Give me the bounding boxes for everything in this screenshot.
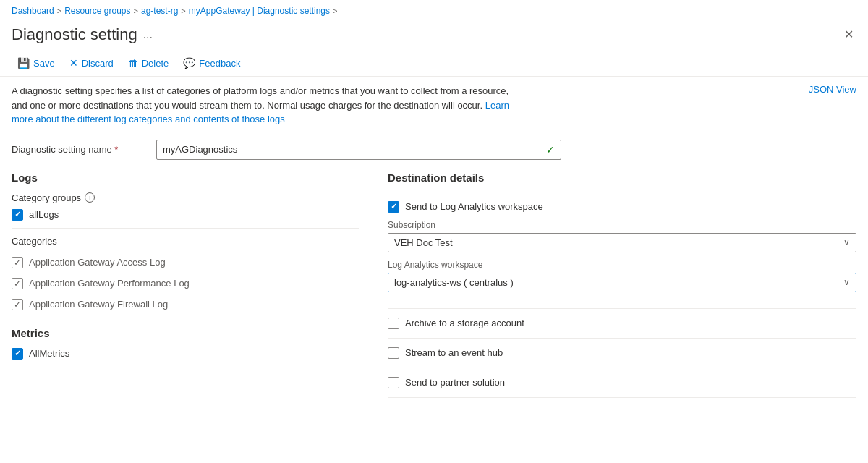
metrics-section-title: Metrics (12, 327, 359, 339)
breadcrumb-sep-3: > (181, 7, 185, 15)
partner-checkbox-row: Send to partner solution (388, 377, 856, 388)
delete-icon: 🗑 (128, 57, 138, 69)
diagnostic-name-label: Diagnostic setting name * (12, 144, 156, 155)
diagnostic-name-row: Diagnostic setting name * myAGDiagnostic… (12, 140, 856, 160)
logs-section-title: Logs (12, 171, 359, 184)
page-title: Diagnostic setting (12, 25, 137, 44)
json-view-link[interactable]: JSON View (809, 84, 856, 95)
save-button[interactable]: 💾 Save (12, 54, 61, 72)
dash-icon: ✓ (14, 300, 21, 310)
workspace-select[interactable]: log-analytics-ws ( centralus ) ∨ (388, 273, 856, 292)
subscription-field-group: Subscription VEH Doc Test ∨ (388, 220, 856, 252)
toolbar: 💾 Save ✕ Discard 🗑 Delete 💬 Feedback (0, 50, 868, 77)
save-label: Save (33, 58, 55, 69)
categories-label: Categories (12, 236, 359, 247)
breadcrumb-ag-test-rg[interactable]: ag-test-rg (141, 6, 178, 16)
categories-section: Categories ✓ Application Gateway Access … (12, 236, 359, 315)
list-item: ✓ Application Gateway Performance Log (12, 273, 359, 294)
dash-icon: ✓ (14, 279, 21, 289)
subscription-value: VEH Doc Test (394, 237, 453, 248)
close-button[interactable]: ✕ (841, 25, 856, 44)
discard-icon: ✕ (69, 57, 78, 69)
page-title-area: Diagnostic setting ... (12, 25, 153, 44)
list-item: ✓ Application Gateway Access Log (12, 252, 359, 273)
partner-checkbox[interactable] (388, 377, 399, 388)
event-hub-label: Stream to an event hub (405, 347, 503, 358)
description-text-part1: A diagnostic setting specifies a list of… (12, 85, 509, 111)
subscription-select[interactable]: VEH Doc Test ∨ (388, 233, 856, 252)
firewall-log-label: Application Gateway Firewall Log (29, 299, 168, 310)
firewall-log-checkbox[interactable]: ✓ (12, 299, 23, 310)
log-analytics-label: Send to Log Analytics workspace (405, 201, 543, 212)
workspace-field-group: Log Analytics workspace log-analytics-ws… (388, 260, 856, 292)
feedback-icon: 💬 (183, 57, 195, 69)
check-icon: ✓ (14, 349, 21, 358)
feedback-button[interactable]: 💬 Feedback (177, 54, 246, 72)
event-hub-destination: Stream to an event hub (388, 339, 856, 368)
description-text: A diagnostic setting specifies a list of… (12, 84, 518, 127)
storage-checkbox[interactable] (388, 318, 399, 329)
category-groups-label: Category groups i (12, 192, 359, 203)
storage-checkbox-row: Archive to a storage account (388, 318, 856, 329)
dash-icon: ✓ (14, 258, 21, 268)
log-analytics-destination: ✓ Send to Log Analytics workspace Subscr… (388, 192, 856, 309)
right-column: Destination details ✓ Send to Log Analyt… (388, 169, 856, 398)
partner-label: Send to partner solution (405, 377, 505, 388)
all-logs-checkbox[interactable]: ✓ (12, 209, 23, 221)
partner-destination: Send to partner solution (388, 368, 856, 398)
delete-button[interactable]: 🗑 Delete (122, 54, 175, 72)
breadcrumb-diagnostic-settings[interactable]: myAppGateway | Diagnostic settings (189, 6, 330, 16)
event-hub-checkbox[interactable] (388, 347, 399, 359)
breadcrumb-dashboard[interactable]: Dashboard (12, 6, 54, 16)
chevron-down-icon: ∨ (843, 277, 850, 287)
category-groups-info-icon[interactable]: i (85, 192, 95, 203)
list-item: ✓ Application Gateway Firewall Log (12, 294, 359, 315)
discard-label: Discard (82, 58, 114, 69)
all-metrics-checkbox[interactable]: ✓ (12, 348, 23, 360)
performance-log-label: Application Gateway Performance Log (29, 278, 190, 289)
performance-log-checkbox[interactable]: ✓ (12, 278, 23, 289)
breadcrumb-sep-1: > (57, 7, 61, 15)
check-icon: ✓ (391, 202, 397, 211)
required-star: * (114, 144, 118, 155)
all-logs-row: ✓ allLogs (12, 209, 359, 221)
diagnostic-name-value: myAGDiagnostics (163, 144, 237, 155)
destination-title: Destination details (388, 171, 856, 184)
breadcrumb: Dashboard > Resource groups > ag-test-rg… (0, 0, 868, 22)
feedback-label: Feedback (199, 58, 240, 69)
log-analytics-checkbox[interactable]: ✓ (388, 201, 399, 213)
logs-divider (12, 228, 359, 229)
discard-button[interactable]: ✕ Discard (64, 54, 119, 72)
log-analytics-checkbox-row: ✓ Send to Log Analytics workspace (388, 201, 856, 213)
page-header: Diagnostic setting ... ✕ (0, 22, 868, 50)
breadcrumb-sep-4: > (333, 7, 337, 15)
storage-destination: Archive to a storage account (388, 309, 856, 339)
left-column: Logs Category groups i ✓ allLogs Categor… (12, 169, 388, 398)
storage-label: Archive to a storage account (405, 318, 524, 328)
subscription-label: Subscription (388, 220, 856, 230)
delete-label: Delete (142, 58, 169, 69)
metrics-section: Metrics ✓ AllMetrics (12, 327, 359, 360)
form-area: Diagnostic setting name * myAGDiagnostic… (0, 134, 868, 160)
check-icon: ✓ (14, 210, 21, 219)
workspace-label: Log Analytics workspace (388, 260, 856, 270)
event-hub-checkbox-row: Stream to an event hub (388, 347, 856, 359)
log-analytics-fields: Subscription VEH Doc Test ∨ Log Analytic… (388, 220, 856, 292)
all-metrics-row: ✓ AllMetrics (12, 348, 359, 360)
workspace-value: log-analytics-ws ( centralus ) (394, 277, 514, 288)
all-metrics-label[interactable]: AllMetrics (29, 348, 69, 359)
breadcrumb-sep-2: > (134, 7, 138, 15)
access-log-checkbox[interactable]: ✓ (12, 257, 23, 268)
access-log-label: Application Gateway Access Log (29, 257, 166, 268)
page-options-button[interactable]: ... (143, 28, 153, 41)
save-icon: 💾 (17, 57, 30, 69)
valid-checkmark-icon: ✓ (546, 144, 555, 156)
chevron-down-icon: ∨ (843, 237, 850, 247)
main-columns: Logs Category groups i ✓ allLogs Categor… (0, 169, 868, 398)
diagnostic-name-input[interactable]: myAGDiagnostics ✓ (156, 140, 561, 160)
breadcrumb-resource-groups[interactable]: Resource groups (64, 6, 130, 16)
description-bar: A diagnostic setting specifies a list of… (0, 77, 868, 134)
all-logs-label[interactable]: allLogs (29, 209, 59, 220)
